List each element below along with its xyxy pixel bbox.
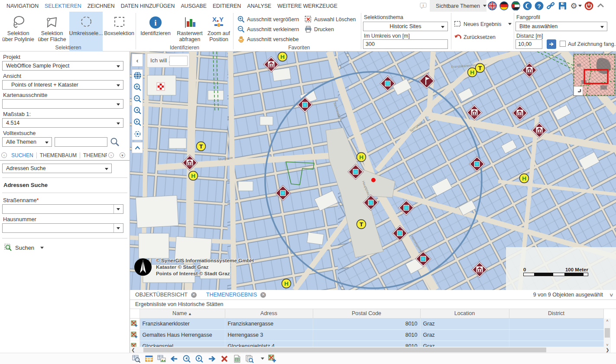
crescent-icon[interactable] — [523, 1, 532, 10]
center-map-button[interactable] — [132, 128, 143, 140]
ausschnitt-verschieben-button[interactable]: Ausschnitt verschiebe — [237, 35, 299, 44]
table-row[interactable]: Gemaltes Haus HerrengasseHerrengasse 380… — [130, 329, 603, 341]
zoom-in-button[interactable] — [132, 81, 143, 93]
fangprofil-select[interactable]: Bitte auswählen — [515, 22, 607, 31]
zoom-position-button[interactable]: XY Zoom auf Position — [206, 12, 231, 44]
overview-map[interactable] — [573, 54, 616, 96]
zoom-previous-button[interactable] — [132, 105, 143, 116]
apply-distance-button[interactable] — [547, 39, 556, 49]
arrow-left-button[interactable] — [170, 354, 178, 363]
close-icon[interactable]: ✕ — [260, 292, 266, 298]
drucken-button[interactable]: Drucken — [305, 25, 356, 34]
table-button[interactable] — [145, 354, 153, 363]
tab-suchen[interactable]: SUCHEN — [8, 152, 37, 158]
flag-uae-icon[interactable] — [511, 1, 520, 10]
power-icon[interactable] — [584, 1, 593, 10]
menu-item-selektieren[interactable]: SELEKTIEREN — [43, 3, 83, 9]
ich-will-box[interactable]: Ich will ... — [147, 53, 190, 68]
save-icon[interactable] — [558, 1, 567, 10]
suchen-button[interactable]: Suchen — [4, 244, 130, 251]
arrow-right-button[interactable] — [207, 354, 216, 363]
panel-collapse-icon[interactable]: ˅ — [610, 292, 613, 298]
table-search-button[interactable] — [132, 354, 141, 363]
marker-h: H — [189, 171, 198, 180]
collapse-up-icon[interactable] — [596, 1, 605, 10]
zoom-prev-button[interactable] — [182, 354, 191, 363]
kartenausschnitte-select[interactable] — [2, 99, 123, 109]
menu-item-analyse[interactable]: ANALYSE — [246, 3, 272, 9]
results-table: Name ▲AdressPostal CodeLocationDistrict … — [130, 309, 603, 352]
full-extent-button[interactable] — [132, 70, 143, 81]
suchdienst-select[interactable]: Adressen Suche — [2, 164, 112, 173]
map-canvas[interactable]: MurgasseHerrengasseSackstraßeSporgasseHa… — [130, 52, 616, 290]
help-icon[interactable]: ? — [535, 1, 544, 10]
auswahl-loeschen-button[interactable]: Auswahl Löschen — [305, 15, 356, 24]
horizontal-scrollbar[interactable]: ❮❯ — [130, 347, 611, 353]
selektionsthema-select[interactable]: Historic Sites — [363, 22, 448, 31]
strassenname-combo[interactable] — [2, 204, 123, 214]
gear-icon[interactable]: ⚙ — [570, 1, 582, 10]
table-row[interactable]: FranziskanerklosterFranziskanergasse8010… — [130, 318, 603, 329]
search-icon[interactable] — [110, 137, 120, 147]
zoom-out-button[interactable] — [132, 93, 143, 105]
selection-add-button[interactable] — [268, 354, 277, 363]
volltext-thema-select[interactable]: Alle Themen — [2, 137, 52, 147]
delete-x-button[interactable] — [220, 354, 229, 363]
tabs-scroll-right-icon[interactable]: › — [108, 152, 114, 158]
vertical-scrollbar[interactable]: ˄˅ — [604, 319, 611, 347]
tab-themenfiltei[interactable]: THEMENFILTEI — [80, 152, 107, 158]
svg-text:H: H — [284, 280, 289, 287]
zoom-next-button[interactable] — [195, 354, 204, 363]
selektion-flaeche-button[interactable]: Selektion über Fläche — [36, 12, 68, 44]
tab-themenbaum[interactable]: THEMENBAUM — [37, 152, 80, 158]
umkreis-input[interactable]: 300 — [363, 39, 448, 49]
column-header-district[interactable]: District — [509, 309, 603, 318]
massstab-select[interactable]: 4.514 — [2, 118, 123, 128]
menu-item-navigation[interactable]: NAVIGATION — [5, 3, 40, 9]
menu-item-weitere-werkzeuge[interactable]: WEITERE WERKZEUGE — [276, 3, 339, 9]
boxselektion-button[interactable]: Boxselektion — [104, 12, 135, 44]
link-icon[interactable] — [546, 1, 555, 10]
flag-uk-icon[interactable] — [488, 1, 497, 10]
selektion-polylinie-button[interactable]: Selektion über Polylinie — [2, 12, 35, 44]
sidebar-collapse-button[interactable]: ‹ — [132, 54, 143, 67]
overview-collapse-button[interactable] — [574, 86, 583, 96]
column-header-postal-code[interactable]: Postal Code — [313, 309, 420, 318]
column-header-location[interactable]: Location — [420, 309, 509, 318]
excel-export-button[interactable] — [233, 354, 241, 363]
marquee-x-icon — [305, 16, 312, 23]
menu-item-zeichnen[interactable]: ZEICHNEN — [86, 3, 116, 9]
identifizieren-button[interactable]: i Identifizieren — [138, 12, 173, 44]
info-bubble-icon[interactable]: i — [417, 0, 430, 12]
neues-ergebnis-button[interactable]: Neues Ergebnis — [454, 19, 512, 29]
tabs-scroll-left-icon[interactable]: ‹ — [1, 152, 7, 158]
rasterwert-button[interactable]: Rasterwert abfragen — [174, 12, 205, 44]
menu-item-daten-hinzuf-gen[interactable]: DATEN HINZUFÜGEN — [120, 3, 176, 9]
table-copy-button[interactable] — [157, 354, 166, 363]
flag-germany-icon[interactable] — [499, 1, 509, 10]
zuruecksetzen-button[interactable]: Zurücksetzen — [454, 32, 496, 42]
tab-themenergebnis[interactable]: THEMENERGEBNIS — [206, 292, 257, 298]
report-search-button[interactable] — [245, 354, 254, 363]
ich-will-input[interactable] — [169, 56, 188, 66]
auf-zeichnung-checkbox[interactable] — [560, 41, 566, 47]
projekt-select[interactable]: WebOffice Sample Project — [2, 61, 123, 71]
distanz-input[interactable]: 10,00 — [515, 39, 542, 49]
volltext-input[interactable] — [55, 137, 107, 147]
menu-item-editieren[interactable]: EDITIEREN — [211, 3, 243, 9]
visible-themes-strip[interactable]: i Sichtbare Themen — [417, 0, 486, 12]
close-icon[interactable]: ✕ — [191, 292, 197, 298]
menu-item-ausgabe[interactable]: AUSGABE — [179, 3, 207, 9]
ansicht-select[interactable]: Points of Interest + Kataster — [2, 80, 123, 90]
column-header-name[interactable]: Name ▲ — [139, 309, 225, 318]
svg-text:Y: Y — [219, 16, 224, 23]
toolbar-collapse-button[interactable] — [132, 142, 143, 153]
tab-objektuebersicht[interactable]: OBJEKTÜBERSICHT — [135, 292, 188, 298]
column-header-adress[interactable]: Adress — [225, 309, 313, 318]
zoom-next-button[interactable] — [132, 116, 143, 128]
ausschnitt-verkleinern-button[interactable]: Ausschnitt verkleinern — [237, 25, 299, 34]
printer-icon — [305, 26, 312, 33]
ausschnitt-vergroessern-button[interactable]: Ausschnitt vergrößern — [237, 15, 299, 24]
hausnummer-combo[interactable] — [2, 223, 123, 233]
tabs-menu-icon[interactable]: ▾ — [120, 152, 125, 158]
